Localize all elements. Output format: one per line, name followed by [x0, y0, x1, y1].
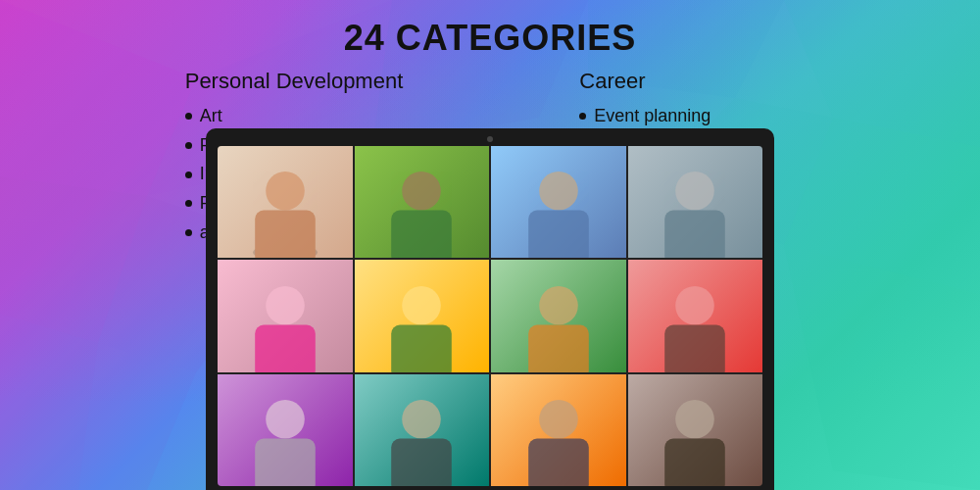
personal-development-heading: Personal Development [185, 69, 404, 94]
bullet-icon [185, 142, 192, 149]
screen-cell-10 [355, 374, 490, 487]
svg-point-29 [266, 400, 305, 439]
svg-point-19 [675, 172, 714, 211]
page-content: 24 CATEGORIES Personal Development Art P… [0, 0, 980, 490]
bullet-icon [185, 172, 192, 178]
bullet-icon [185, 113, 192, 120]
screen-cell-8 [628, 260, 763, 372]
svg-rect-20 [664, 211, 725, 258]
screen-cell-11 [491, 374, 626, 487]
svg-rect-32 [391, 439, 452, 486]
laptop-screen-bezel [206, 128, 774, 491]
list-item: Art [185, 102, 404, 131]
screen-cell-1 [218, 146, 353, 259]
laptop-camera [487, 136, 493, 142]
svg-point-23 [402, 286, 441, 325]
svg-rect-30 [255, 439, 316, 486]
svg-point-13 [266, 172, 305, 211]
svg-rect-22 [255, 324, 316, 371]
screen-cell-2 [355, 146, 490, 259]
svg-rect-16 [391, 211, 452, 258]
svg-point-27 [675, 286, 714, 325]
svg-rect-14 [255, 211, 316, 258]
svg-rect-34 [528, 439, 589, 486]
bullet-icon [185, 200, 192, 207]
header-section: 24 CATEGORIES [0, 0, 980, 59]
svg-point-21 [266, 286, 305, 325]
svg-rect-28 [664, 324, 725, 371]
svg-rect-24 [391, 324, 452, 371]
page-title: 24 CATEGORIES [0, 18, 980, 59]
svg-point-33 [539, 400, 578, 439]
bullet-icon [185, 229, 192, 236]
laptop-screen [218, 146, 762, 487]
svg-point-15 [402, 172, 441, 211]
svg-point-31 [402, 400, 441, 439]
screen-cell-3 [491, 146, 626, 259]
svg-rect-36 [664, 439, 725, 486]
laptop-mockup [206, 128, 774, 491]
svg-point-25 [539, 286, 578, 325]
list-item: Event planning [579, 102, 795, 131]
screen-cell-5 [218, 260, 353, 372]
screen-cell-6 [355, 260, 490, 372]
screen-cell-12 [628, 374, 763, 487]
bullet-icon [579, 113, 586, 120]
svg-rect-18 [528, 211, 589, 258]
career-heading: Career [579, 69, 795, 94]
laptop-body [206, 128, 774, 491]
screen-cell-4 [628, 146, 763, 259]
svg-point-35 [675, 400, 714, 439]
screen-cell-7 [491, 260, 626, 372]
screen-cell-9 [218, 374, 353, 487]
svg-rect-26 [528, 324, 589, 371]
svg-point-17 [539, 172, 578, 211]
